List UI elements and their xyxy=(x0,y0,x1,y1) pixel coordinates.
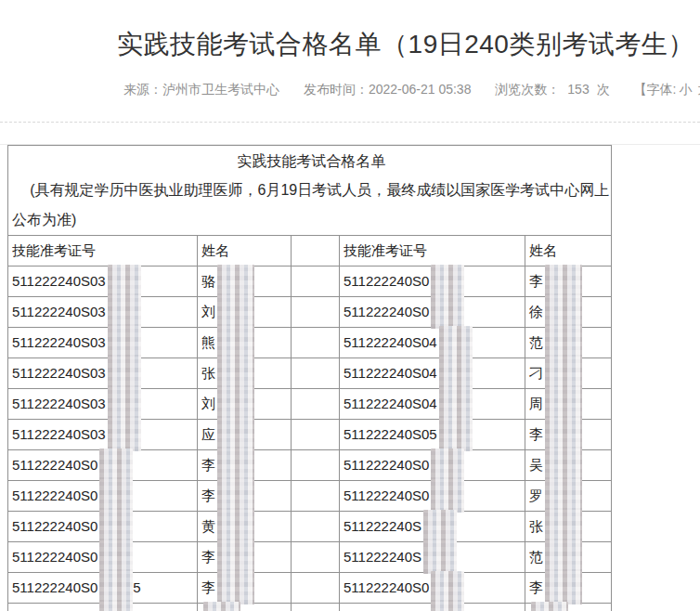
exam-id-text: 511222240S04 xyxy=(344,396,437,411)
exam-id-text: 511222240S03 xyxy=(12,365,106,381)
name-cell: 黄 xyxy=(198,512,292,542)
table-row: 511222240S03 刘 511222240S0 徐 xyxy=(8,297,612,328)
censor-mosaic xyxy=(108,387,141,421)
name-text: 李 xyxy=(201,488,215,503)
censor-mosaic xyxy=(217,326,254,359)
views-unit: 次 xyxy=(597,82,610,97)
font-size-control: 【字体:小大】 xyxy=(634,82,700,97)
table-header-row: 技能准考证号 姓名 技能准考证号 姓名 xyxy=(8,236,612,266)
censor-mosaic xyxy=(108,357,141,390)
exam-id-text: 511222240S03 xyxy=(12,396,106,411)
exam-id-text: 511222240S xyxy=(344,518,421,534)
censor-mosaic xyxy=(431,571,464,604)
name-cell: 吴 xyxy=(525,450,612,481)
censor-mosaic xyxy=(217,418,254,451)
name-text: 李 xyxy=(529,426,543,442)
exam-id-cell: 511222240S0 xyxy=(340,266,525,297)
censor-mosaic xyxy=(545,510,582,543)
censor-mosaic xyxy=(99,540,133,574)
censor-mosaic xyxy=(545,387,582,421)
exam-id-cell: 511222240S0 xyxy=(340,481,525,512)
exam-id-cell: 511222240S05 xyxy=(8,573,198,604)
censor-mosaic xyxy=(545,448,582,482)
censor-mosaic xyxy=(431,479,464,513)
table-row: 511222240S03 张 511222240S04 刁 xyxy=(8,358,612,389)
spacer-cell xyxy=(292,604,340,611)
name-cell: 李 xyxy=(198,481,292,512)
source-value: 泸州市卫生考试中心 xyxy=(162,82,279,97)
table-row: 511222240S03 骆 511222240S0 李 xyxy=(8,266,612,297)
censor-mosaic xyxy=(439,418,473,451)
name-text: 张 xyxy=(529,518,543,534)
font-label: 【字体: xyxy=(634,82,677,97)
censor-mosaic xyxy=(99,479,133,513)
name-text: 刘 xyxy=(201,396,215,411)
name-cell: 徐 xyxy=(525,297,612,328)
name-cell: 张 xyxy=(198,358,292,389)
exam-id-text: 511222240S0 xyxy=(12,549,97,565)
exam-id-cell: 511222240S0 xyxy=(340,604,525,611)
spacer-cell xyxy=(292,420,340,450)
censor-mosaic xyxy=(545,540,582,574)
name-text: 李 xyxy=(529,579,543,595)
font-small-button[interactable]: 小 xyxy=(679,82,692,97)
exam-id-text: 511222240S04 xyxy=(344,365,437,381)
exam-id-suffix: 5 xyxy=(133,579,140,595)
table-row: 511222240S03 应 511222240S05 李 xyxy=(8,420,612,450)
name-cell: 李 xyxy=(198,542,292,573)
censor-mosaic xyxy=(431,295,464,329)
name-cell: 范 xyxy=(525,328,612,358)
name-text: 周 xyxy=(529,396,543,411)
exam-id-text: 511222240S03 xyxy=(12,426,106,442)
column-header-spacer xyxy=(292,236,340,266)
exam-id-text: 511222240S05 xyxy=(344,426,437,442)
table-row: 511222240S05 李 511222240S0 李 xyxy=(8,573,612,604)
page-title: 实践技能考试合格名单（19日240类别考试考生） xyxy=(111,26,700,63)
censor-mosaic xyxy=(108,326,141,359)
spacer-cell xyxy=(292,266,340,297)
table-row: 511222240S03 刘 511222240S04 周 xyxy=(8,389,612,420)
meta-bar: 来源：泸州市卫生考试中心 发布时间：2022-06-21 05:38 浏览次数：… xyxy=(123,80,700,98)
column-header-name-right: 姓名 xyxy=(525,236,612,266)
exam-id-text: 511222240S03 xyxy=(12,334,106,350)
name-cell: 熊 xyxy=(198,328,292,358)
censor-mosaic xyxy=(203,602,240,611)
name-text: 李 xyxy=(201,457,215,473)
spacer-cell xyxy=(292,542,340,573)
name-cell: 刘 xyxy=(198,297,292,328)
exam-id-cell: 511222240S0 xyxy=(340,297,525,328)
name-text: 黄 xyxy=(201,518,215,534)
name-cell: 李 xyxy=(525,266,612,297)
table-caption-row: 实践技能考试合格名单 (具有规定学历中医执业助理医师，6月19日考试人员，最终成… xyxy=(8,146,612,236)
exam-id-text: 511222240S0 xyxy=(344,488,429,503)
table-title: 实践技能考试合格名单 xyxy=(12,148,611,176)
exam-id-text: 511222240S0 xyxy=(344,457,429,473)
name-cell: 李 xyxy=(525,573,612,604)
censor-mosaic xyxy=(439,387,473,421)
name-text: 刘 xyxy=(201,304,215,319)
exam-id-cell: 511222240S03 xyxy=(8,328,198,358)
views-label: 浏览次数： xyxy=(495,82,560,97)
exam-id-cell: 511222240S0 xyxy=(8,604,198,611)
name-cell: 李 xyxy=(525,420,612,450)
name-text: 徐 xyxy=(529,304,543,319)
censor-mosaic xyxy=(217,357,254,390)
column-header-name-left: 姓名 xyxy=(198,236,292,266)
exam-id-cell: 511222240S0 xyxy=(8,450,198,481)
censor-mosaic xyxy=(108,295,141,329)
exam-id-cell: 511222240S03 xyxy=(8,358,198,389)
censor-mosaic xyxy=(431,448,464,482)
censor-mosaic xyxy=(545,326,582,359)
censor-mosaic xyxy=(545,571,582,604)
censor-mosaic xyxy=(545,265,582,298)
censor-mosaic xyxy=(431,602,464,611)
name-text: 骆 xyxy=(201,273,215,289)
exam-id-text: 511222240S0 xyxy=(344,579,429,595)
censor-mosaic xyxy=(431,265,464,298)
name-text: 刁 xyxy=(529,365,543,381)
censor-mosaic xyxy=(217,295,254,329)
censor-mosaic xyxy=(217,510,254,543)
exam-id-cell: 511222240S xyxy=(340,542,525,573)
exam-id-cell: 511222240S03 xyxy=(8,266,198,297)
name-cell: 刘 xyxy=(198,389,292,420)
